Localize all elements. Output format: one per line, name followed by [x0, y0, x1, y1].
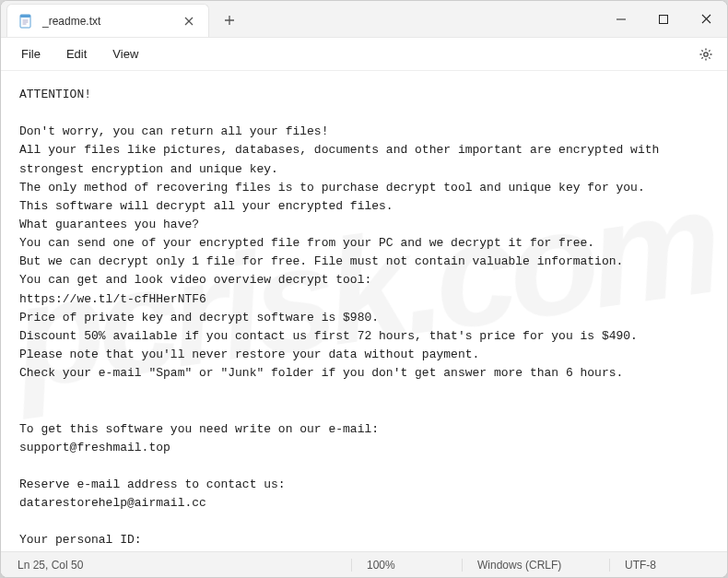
titlebar: _readme.txt: [1, 1, 727, 38]
menu-edit[interactable]: Edit: [53, 41, 100, 66]
status-encoding[interactable]: UTF-8: [609, 559, 710, 572]
menu-view[interactable]: View: [100, 41, 151, 66]
close-button[interactable]: [685, 1, 727, 37]
menubar: File Edit View: [1, 38, 727, 71]
notepad-window: pcrisk.com _readme.txt: [0, 0, 728, 578]
tab-title: _readme.txt: [42, 15, 170, 28]
svg-line-21: [701, 57, 702, 58]
statusbar: Ln 25, Col 50 100% Windows (CRLF) UTF-8: [1, 551, 727, 577]
svg-line-18: [701, 50, 702, 51]
document-text: ATTENTION! Don't worry, you can return a…: [19, 88, 666, 551]
status-position: Ln 25, Col 50: [18, 559, 351, 572]
svg-rect-10: [660, 15, 668, 23]
text-editor[interactable]: ATTENTION! Don't worry, you can return a…: [1, 71, 727, 551]
menu-file[interactable]: File: [8, 41, 53, 66]
document-tab[interactable]: _readme.txt: [6, 4, 209, 37]
maximize-button[interactable]: [642, 1, 685, 37]
gear-icon: [699, 47, 713, 62]
settings-button[interactable]: [692, 41, 720, 68]
notepad-icon: [18, 14, 33, 29]
tab-strip: _readme.txt: [1, 1, 600, 37]
minimize-button[interactable]: [600, 1, 642, 37]
svg-line-20: [709, 50, 710, 51]
svg-point-13: [704, 52, 708, 55]
tab-close-button[interactable]: [179, 11, 199, 31]
status-zoom[interactable]: 100%: [351, 559, 462, 572]
new-tab-button[interactable]: [213, 4, 246, 37]
svg-rect-1: [20, 15, 30, 18]
svg-line-19: [709, 57, 710, 58]
window-controls: [600, 1, 727, 37]
status-line-ending[interactable]: Windows (CRLF): [462, 559, 609, 572]
